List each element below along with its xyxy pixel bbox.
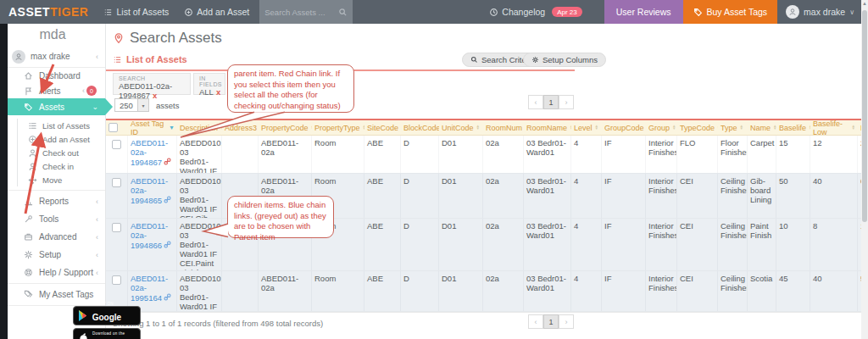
search-icon[interactable] bbox=[338, 8, 348, 17]
cell-typecode: CEI bbox=[677, 174, 718, 218]
app-store-badge[interactable]: Download on theApp Store bbox=[73, 328, 141, 339]
prev-page-button[interactable]: ‹ bbox=[528, 95, 543, 109]
sort-icon: ▲▼ bbox=[476, 125, 480, 130]
divider bbox=[106, 312, 861, 313]
user-reviews-button[interactable]: User Reviews bbox=[604, 0, 683, 24]
search-filter-chip: SEARCH ABED011-02a-1994867x bbox=[113, 73, 191, 95]
cell-unitcode: D01 bbox=[439, 271, 483, 311]
cell-baselife-low: 12 bbox=[810, 136, 858, 173]
divider bbox=[0, 283, 105, 284]
cell-name: Paint Finish bbox=[748, 219, 776, 270]
asset-tag-cell: ABED011-02a-1994867 bbox=[128, 136, 177, 173]
page-size-select[interactable]: 250 bbox=[114, 98, 138, 112]
row-checkbox[interactable] bbox=[112, 178, 121, 187]
sidebar-item-list-of-assets[interactable]: List of Assets bbox=[18, 119, 105, 132]
column-header-groupcode[interactable]: GroupCode▲▼ bbox=[602, 120, 646, 135]
remove-filter-button[interactable]: x bbox=[216, 87, 220, 97]
assets-table: Asset Tag ID▼Description▲▼Address3▲▼Prop… bbox=[106, 119, 861, 312]
sidebar-item-advanced[interactable]: Advanced‹ bbox=[0, 228, 105, 246]
topnav-add-an-asset[interactable]: Add an Asset bbox=[184, 7, 249, 17]
buy-asset-tags-label: Buy Asset Tags bbox=[707, 7, 768, 17]
prev-page-button[interactable]: ‹ bbox=[528, 314, 543, 329]
sidebar-user-menu[interactable]: max drake ‹ bbox=[0, 46, 105, 68]
column-header-description[interactable]: Description▲▼ bbox=[177, 120, 222, 135]
assettiger-logo[interactable]: ASSETTIGER bbox=[8, 5, 88, 19]
setup-columns-button[interactable]: Setup Columns bbox=[523, 53, 606, 67]
cell-baselife: 10 bbox=[776, 219, 810, 270]
sidebar-item-check-out[interactable]: Check out bbox=[18, 146, 105, 159]
chain-link-icon bbox=[164, 241, 171, 248]
column-header-asset-tag-id[interactable]: Asset Tag ID▼ bbox=[128, 120, 177, 135]
scrollbar-thumb[interactable] bbox=[862, 10, 867, 222]
table-row: ABED011-02a-1994866ABEDD0102a 03 Bedr01-… bbox=[106, 219, 861, 271]
checkbox-cell bbox=[106, 219, 128, 270]
sidebar-item-move[interactable]: Move bbox=[18, 173, 105, 186]
organization-name: mda bbox=[0, 24, 105, 46]
sidebar-item-assets[interactable]: Assets ⌄ bbox=[0, 98, 105, 115]
sidebar-item-alerts[interactable]: Alerts 0 ‹ bbox=[0, 83, 105, 98]
cell-blockcode: D bbox=[401, 136, 439, 173]
asset-tag-link[interactable]: ABED011-02a-1994867 bbox=[131, 138, 168, 167]
column-header-type[interactable]: Type▲▼ bbox=[718, 120, 748, 135]
person-icon bbox=[28, 148, 37, 158]
column-header-name[interactable]: Name▲▼ bbox=[748, 120, 776, 135]
column-header-blockcode[interactable]: BlockCode▲▼ bbox=[401, 120, 439, 135]
search-filter-value: ABED011-02a-1994867 bbox=[119, 81, 172, 100]
asset-tag-link[interactable]: ABED011-02a-1994866 bbox=[131, 221, 168, 250]
search-input[interactable] bbox=[264, 8, 338, 17]
next-page-button[interactable]: › bbox=[559, 314, 574, 329]
clock-icon bbox=[489, 8, 498, 17]
changelog-date-badge: Apr 23 bbox=[552, 7, 582, 17]
briefcase-icon bbox=[24, 232, 33, 242]
sidebar-item-tools[interactable]: Tools‹ bbox=[0, 210, 105, 228]
column-header-level[interactable]: Level▲▼ bbox=[571, 120, 602, 135]
buy-asset-tags-button[interactable]: Buy Asset Tags bbox=[683, 0, 778, 24]
sidebar-item-setup[interactable]: Setup‹ bbox=[0, 246, 105, 264]
page-number-button[interactable]: 1 bbox=[543, 314, 559, 329]
page-size-dropdown-arrow[interactable]: ▾ bbox=[138, 98, 149, 112]
alerts-count-badge: 0 bbox=[86, 86, 97, 96]
sidebar-item-dashboard[interactable]: Dashboard bbox=[0, 68, 105, 83]
sidebar-item-my-asset-tags[interactable]: My Asset Tags bbox=[0, 286, 105, 303]
column-header-unitcode[interactable]: UnitCode▲▼ bbox=[439, 120, 483, 135]
changelog-button[interactable]: Changelog Apr 23 bbox=[489, 7, 581, 17]
row-checkbox[interactable] bbox=[112, 275, 121, 285]
next-page-button[interactable]: › bbox=[559, 95, 574, 109]
sort-icon: ▲▼ bbox=[595, 125, 598, 130]
select-all-checkbox[interactable] bbox=[108, 123, 118, 132]
row-checkbox[interactable] bbox=[112, 140, 121, 149]
checkbox-cell bbox=[106, 136, 128, 173]
column-header-group[interactable]: Group▲▼ bbox=[646, 120, 677, 135]
chain-link-icon bbox=[164, 293, 171, 301]
cell-name: Gib-board Lining bbox=[748, 174, 776, 218]
avatar bbox=[786, 5, 799, 19]
topnav-list-of-assets[interactable]: List of Assets bbox=[103, 7, 169, 17]
sidebar-item-help-support[interactable]: Help / Support‹ bbox=[0, 264, 105, 281]
column-header-propertytype[interactable]: PropertyType▲▼ bbox=[312, 120, 364, 135]
column-header-sitecode[interactable]: SiteCode▲▼ bbox=[364, 120, 401, 135]
cell-unitcode: D01 bbox=[439, 174, 483, 218]
vertical-scrollbar[interactable]: ▲ bbox=[861, 0, 868, 339]
row-checkbox[interactable] bbox=[112, 223, 121, 232]
sidebar-item-reports[interactable]: Reports‹ bbox=[0, 192, 105, 210]
sidebar-item-check-in[interactable]: Check in bbox=[18, 159, 105, 173]
table-row: ABED011-02a-1995164ABEDD0102a 03 Bedr01-… bbox=[106, 271, 861, 312]
column-header-baselife-low[interactable]: Baselife-Low▲▼ bbox=[810, 120, 858, 135]
column-header-roomnum[interactable]: RoomNum▲▼ bbox=[483, 120, 524, 135]
top-navigation-bar: ASSETTIGER List of Assets Add an Asset C… bbox=[0, 0, 861, 24]
page-number-button[interactable]: 1 bbox=[543, 95, 559, 109]
sidebar-item-add-an-asset[interactable]: Add an Asset bbox=[18, 132, 105, 146]
topnav-label: List of Assets bbox=[116, 7, 169, 17]
scrollbar-up-arrow[interactable]: ▲ bbox=[861, 1, 868, 6]
column-header-roomname[interactable]: RoomName▲▼ bbox=[524, 120, 571, 135]
user-menu[interactable]: max drake ∨ bbox=[786, 5, 854, 19]
move-icon bbox=[28, 175, 37, 185]
column-header-address3[interactable]: Address3▲▼ bbox=[222, 120, 259, 135]
left-edge-strip bbox=[0, 24, 8, 339]
cell-sitecode: ABE bbox=[364, 271, 401, 311]
column-header-baselife[interactable]: Baselife▲▼ bbox=[776, 120, 810, 135]
column-header-typecode[interactable]: TypeCode▲▼ bbox=[677, 120, 718, 135]
column-header-propertycode[interactable]: PropertyCode▲▼ bbox=[259, 120, 312, 135]
asset-tag-link[interactable]: ABED011-02a-1994865 bbox=[131, 176, 168, 205]
cell-unitcode: D01 bbox=[439, 219, 483, 270]
